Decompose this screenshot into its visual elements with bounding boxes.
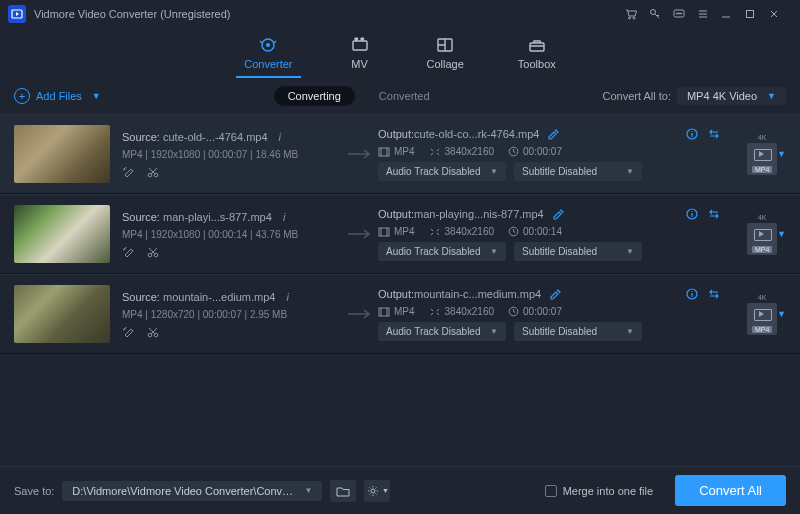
source-spec: MP4 | 1280x720 | 00:00:07 | 2.95 MB xyxy=(122,309,342,320)
audio-track-select[interactable]: Audio Track Disabled▼ xyxy=(378,162,506,181)
source-line: Source: cute-old-...-4764.mp4 i xyxy=(122,131,342,143)
container-spec: MP4 xyxy=(378,226,415,237)
plus-icon: + xyxy=(14,88,30,104)
cut-icon[interactable] xyxy=(146,246,160,258)
file-row: Source: cute-old-...-4764.mp4 i MP4 | 19… xyxy=(0,114,800,194)
key-icon[interactable] xyxy=(648,7,672,21)
chevron-down-icon: ▼ xyxy=(767,91,776,101)
convert-all-button[interactable]: Convert All xyxy=(675,475,786,506)
maximize-button[interactable] xyxy=(744,8,768,20)
compress-icon[interactable] xyxy=(707,207,721,221)
audio-track-select[interactable]: Audio Track Disabled▼ xyxy=(378,322,506,341)
subtitle-select[interactable]: Subtitle Disabled▼ xyxy=(514,322,642,341)
tab-collage[interactable]: Collage xyxy=(419,34,472,78)
output-label: Output: xyxy=(378,208,414,220)
close-button[interactable] xyxy=(768,8,792,20)
thumbnail[interactable] xyxy=(14,205,110,263)
chevron-down-icon: ▼ xyxy=(777,229,786,239)
tab-converted[interactable]: Converted xyxy=(379,90,430,102)
tab-converter[interactable]: Converter xyxy=(236,34,300,78)
subtitle-select[interactable]: Subtitle Disabled▼ xyxy=(514,162,642,181)
toolbar: + Add Files ▼ Converting Converted Conve… xyxy=(0,78,800,114)
convert-all-label: Convert All to: xyxy=(602,90,670,102)
tab-label: Collage xyxy=(427,58,464,70)
merge-checkbox[interactable]: Merge into one file xyxy=(545,485,654,497)
minimize-button[interactable] xyxy=(720,8,744,20)
svg-point-7 xyxy=(678,13,679,14)
output-specs: MP4 3840x2160 00:00:07 xyxy=(378,306,721,317)
chevron-down-icon: ▼ xyxy=(382,487,389,494)
duration-spec: 00:00:07 xyxy=(508,306,562,317)
format-badge: 4K xyxy=(758,134,767,141)
chevron-down-icon: ▼ xyxy=(777,309,786,319)
thumbnail[interactable] xyxy=(14,285,110,343)
menu-icon[interactable] xyxy=(696,7,720,21)
edit-name-icon[interactable] xyxy=(552,208,564,220)
arrow-icon xyxy=(342,144,378,164)
svg-rect-9 xyxy=(747,11,754,18)
source-spec: MP4 | 1920x1080 | 00:00:07 | 18.46 MB xyxy=(122,149,342,160)
enhance-icon[interactable] xyxy=(122,326,136,338)
app-logo xyxy=(8,5,26,23)
status-switcher: Converting Converted xyxy=(274,86,430,106)
format-picker[interactable]: 4K MP4 ▼ xyxy=(721,134,786,175)
source-filename: mountain-...edium.mp4 xyxy=(163,291,276,303)
app-title: Vidmore Video Converter (Unregistered) xyxy=(34,8,230,20)
svg-point-3 xyxy=(633,17,635,19)
add-files-label: Add Files xyxy=(36,90,82,102)
source-line: Source: man-playi...s-877.mp4 i xyxy=(122,211,342,223)
info-circle-icon[interactable] xyxy=(685,207,699,221)
format-picker[interactable]: 4K MP4 ▼ xyxy=(721,294,786,335)
compress-icon[interactable] xyxy=(707,127,721,141)
tab-toolbox[interactable]: Toolbox xyxy=(510,34,564,78)
container-spec: MP4 xyxy=(378,146,415,157)
enhance-icon[interactable] xyxy=(122,166,136,178)
cart-icon[interactable] xyxy=(624,7,648,21)
output-filename: cute-old-co...rk-4764.mp4 xyxy=(414,128,539,140)
subtitle-select[interactable]: Subtitle Disabled▼ xyxy=(514,242,642,261)
source-spec: MP4 | 1920x1080 | 00:00:14 | 43.76 MB xyxy=(122,229,342,240)
info-circle-icon[interactable] xyxy=(685,127,699,141)
title-bar: Vidmore Video Converter (Unregistered) xyxy=(0,0,800,28)
svg-marker-1 xyxy=(16,12,19,16)
output-dropdowns: Audio Track Disabled▼ Subtitle Disabled▼ xyxy=(378,162,721,181)
thumbnail[interactable] xyxy=(14,125,110,183)
format-select[interactable]: MP4 4K Video ▼ xyxy=(677,87,786,105)
edit-name-icon[interactable] xyxy=(547,128,559,140)
svg-point-8 xyxy=(680,13,681,14)
duration-spec: 00:00:07 xyxy=(508,146,562,157)
add-files-button[interactable]: + Add Files ▼ xyxy=(14,88,101,104)
output-filename: mountain-c...medium.mp4 xyxy=(414,288,541,300)
save-path-select[interactable]: D:\Vidmore\Vidmore Video Converter\Conve… xyxy=(62,481,322,501)
format-badge: 4K xyxy=(758,294,767,301)
output-dropdowns: Audio Track Disabled▼ Subtitle Disabled▼ xyxy=(378,242,721,261)
source-actions xyxy=(122,326,342,338)
audio-track-select[interactable]: Audio Track Disabled▼ xyxy=(378,242,506,261)
info-circle-icon[interactable] xyxy=(685,287,699,301)
output-header: Output: mountain-c...medium.mp4 xyxy=(378,287,721,301)
info-icon[interactable]: i xyxy=(279,131,281,143)
svg-point-32 xyxy=(371,489,375,493)
info-icon[interactable]: i xyxy=(287,291,289,303)
settings-button[interactable]: ▼ xyxy=(364,480,390,502)
compress-icon[interactable] xyxy=(707,287,721,301)
source-label: Source: xyxy=(122,291,160,303)
edit-name-icon[interactable] xyxy=(549,288,561,300)
source-block: Source: mountain-...edium.mp4 i MP4 | 12… xyxy=(122,291,342,338)
arrow-icon xyxy=(342,304,378,324)
enhance-icon[interactable] xyxy=(122,246,136,258)
feedback-icon[interactable] xyxy=(672,7,696,21)
format-tile-icon: MP4 xyxy=(747,143,777,175)
format-picker[interactable]: 4K MP4 ▼ xyxy=(721,214,786,255)
format-tile-icon: MP4 xyxy=(747,303,777,335)
svg-point-2 xyxy=(629,17,631,19)
cut-icon[interactable] xyxy=(146,166,160,178)
merge-label: Merge into one file xyxy=(563,485,654,497)
info-icon[interactable]: i xyxy=(283,211,285,223)
tab-label: Toolbox xyxy=(518,58,556,70)
tab-mv[interactable]: MV xyxy=(339,34,381,78)
cut-icon[interactable] xyxy=(146,326,160,338)
open-folder-button[interactable] xyxy=(330,480,356,502)
source-block: Source: cute-old-...-4764.mp4 i MP4 | 19… xyxy=(122,131,342,178)
tab-converting[interactable]: Converting xyxy=(274,86,355,106)
